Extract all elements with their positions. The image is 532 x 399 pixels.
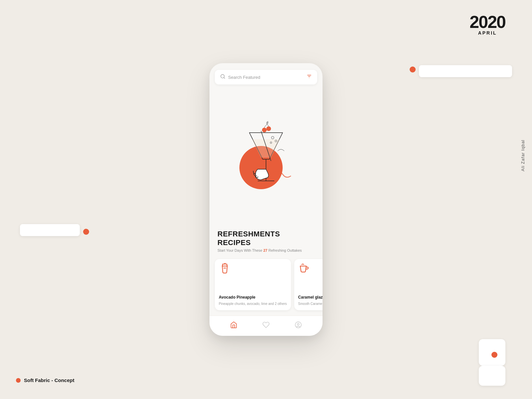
search-icon (220, 74, 225, 80)
year-block: 2020 APRIL (469, 13, 505, 35)
deco-dot-right-top (410, 66, 416, 72)
card-caramel-latte[interactable]: Caramel glazed Latte Smooth Caramel, sug… (294, 259, 323, 310)
phone-inner: Search Featured (209, 63, 323, 336)
deco-dot-left-bottom (83, 229, 89, 235)
nav-profile[interactable] (294, 321, 303, 329)
author-name: Ali Zafar Iqbal (520, 140, 525, 171)
card-caramel-title: Caramel glazed Latte (298, 295, 323, 300)
svg-point-12 (266, 126, 271, 131)
deco-pill-bottom-right2 (479, 366, 505, 386)
cards-row: Avocado Pineapple Pineapple chunks, avoc… (209, 256, 323, 316)
svg-line-16 (225, 263, 226, 264)
subtitle-count: 27 (263, 248, 267, 252)
deco-pill-left-bottom (20, 224, 80, 236)
brand-text: Soft Fabric - Concept (24, 377, 74, 383)
bottom-nav (209, 316, 323, 336)
deco-pill-right-top (419, 65, 512, 77)
phone-frame: Search Featured (209, 63, 323, 336)
brand-label: Soft Fabric - Concept (16, 377, 74, 383)
search-left: Search Featured (220, 74, 260, 80)
coffee-cup-icon (298, 263, 310, 275)
search-placeholder-text: Search Featured (228, 75, 260, 80)
year-text: 2020 (469, 13, 505, 31)
card-caramel-desc: Smooth Caramel, sugar and 5 others (298, 302, 323, 306)
subtitle-prefix: Start Your Days With These (217, 248, 263, 252)
search-bar[interactable]: Search Featured (215, 70, 317, 84)
card-avocado-pineapple[interactable]: Avocado Pineapple Pineapple chunks, avoc… (215, 259, 291, 310)
sub-title: Start Your Days With These 27 Refreshing… (217, 248, 315, 252)
drink-cup-icon (219, 263, 231, 275)
svg-point-18 (298, 323, 300, 325)
cocktail-svg (229, 119, 303, 199)
svg-point-8 (271, 136, 274, 139)
card-avocado-title: Avocado Pineapple (219, 295, 287, 300)
hero-illustration (229, 119, 303, 199)
main-title: REFRESHMENTS RECIPES (217, 230, 315, 247)
subtitle-suffix: Refreshing Outtakes (267, 248, 302, 252)
nav-home[interactable] (229, 321, 238, 329)
svg-point-11 (262, 128, 267, 132)
nav-favorites[interactable] (262, 321, 270, 329)
filter-icon[interactable] (307, 74, 312, 80)
svg-point-17 (295, 322, 301, 328)
hero-illustration-area (209, 88, 323, 230)
card-avocado-desc: Pineapple chunks, avocado, lime and 2 ot… (219, 302, 287, 306)
svg-point-13 (278, 167, 280, 169)
svg-line-1 (224, 77, 225, 78)
brand-dot (16, 378, 21, 383)
title-section: REFRESHMENTS RECIPES Start Your Days Wit… (209, 230, 323, 256)
deco-dot-bottom-right (491, 352, 497, 358)
